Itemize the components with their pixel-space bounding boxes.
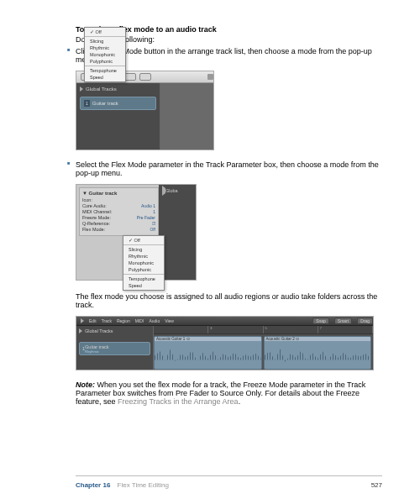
menu-item: Monophonic [85, 51, 125, 58]
note-paragraph: Note: When you set the flex mode for a t… [76, 381, 382, 406]
track-row: 1 Guitar track Rhythmic [79, 342, 150, 355]
snap-control: Snap [312, 318, 329, 324]
track-name: Guitar track [92, 101, 118, 106]
region-label: Acoustic Guitar 1 ⊙ [155, 337, 261, 341]
audio-region: Acoustic Guitar 1 ⊙ [154, 336, 262, 370]
ruler-segment [154, 326, 208, 333]
disclosure-triangle-icon [81, 318, 84, 323]
chapter-title: Flex Time Editing [118, 481, 169, 489]
menu-tab: Edit [89, 318, 97, 323]
menu-tab: Track [102, 318, 112, 323]
waveform-icon [265, 347, 371, 369]
param-value: Pre Fader [137, 215, 155, 220]
menu-tab: Audio [149, 318, 160, 323]
param-label: Q-Reference: [82, 221, 110, 226]
bar-ruler: 3 5 7 [154, 326, 373, 334]
menu-item: Polyphonic [85, 58, 125, 65]
ruler-segment: 5 [264, 326, 318, 333]
global-tracks-label: Global Tracks [86, 87, 117, 92]
menu-item: Slicing [85, 38, 125, 45]
menu-item: Slicing [123, 246, 164, 253]
param-title: ▼ Guitar track [82, 191, 155, 196]
cross-reference-link[interactable]: Freezing Tracks in the Arrange Area [118, 397, 239, 406]
page-number: 527 [371, 481, 382, 489]
param-value: Audio 1 [141, 203, 155, 208]
menu-tab: Region [117, 318, 130, 323]
param-label: Flex Mode: [82, 227, 105, 232]
param-value: 1 [153, 209, 155, 214]
menu-item: Monophonic [123, 260, 164, 266]
body-text: The flex mode you choose is assigned to … [76, 292, 382, 309]
audio-region: Acoustic Guitar 2 ⊙ [264, 336, 372, 370]
step-2: Select the Flex Mode parameter in the Tr… [67, 160, 382, 177]
global-tracks-row: Global Tracks [79, 328, 150, 333]
menu-item: Speed [85, 74, 125, 81]
param-label: Icon: [82, 197, 92, 202]
region-label: Acoustic Guitar 2 ⊙ [265, 337, 371, 341]
track-name: Guitar track [85, 344, 108, 349]
track-parameter-box: ▼ Guitar track Icon: Core Audio:Audio 1 … [79, 187, 159, 236]
figure-2: ▼ Guitar track Icon: Core Audio:Audio 1 … [76, 184, 382, 282]
menu-item: Polyphonic [123, 266, 164, 273]
ruler-segment: 3 [208, 326, 263, 333]
track-flex-mode: Rhythmic [85, 349, 108, 354]
toolbar-button [139, 73, 151, 81]
flex-mode-menu: Off Slicing Rhythmic Monophonic Polyphon… [84, 27, 126, 82]
arrange-menu-bar: Edit Track Region MIDI Audio View Snap S… [76, 317, 373, 326]
figure-3: Edit Track Region MIDI Audio View Snap S… [76, 316, 382, 370]
figure-1: Global Tracks 1 Guitar track Off Slicing… [76, 71, 382, 150]
snap-mode: Smart [334, 318, 352, 324]
note-end: . [239, 397, 241, 406]
param-label: MIDI Channel: [82, 209, 112, 214]
menu-item: Off [85, 29, 125, 35]
menu-item: Tempophone [123, 276, 164, 282]
drag-control: Drag [357, 318, 373, 324]
flex-mode-menu: Off Slicing Rhythmic Monophonic Polyphon… [123, 235, 165, 291]
ruler-segment: 7 [318, 326, 373, 333]
page-footer: Chapter 16 Flex Time Editing 527 [76, 475, 382, 489]
note-label: Note: [76, 381, 95, 389]
param-label: Freeze Mode: [82, 215, 111, 220]
menu-tab: MIDI [135, 318, 144, 323]
menu-item: Rhythmic [85, 45, 125, 51]
menu-item: Speed [123, 282, 164, 289]
menu-tab: View [165, 318, 174, 323]
global-tracks-row: Global Tracks [80, 87, 156, 92]
disclosure-triangle-icon [79, 328, 82, 333]
global-tracks-label: Global Tracks [85, 328, 113, 333]
track-row: 1 Guitar track [80, 97, 156, 110]
chapter-label: Chapter 16 [76, 481, 110, 489]
param-value: Off [150, 227, 155, 232]
disclosure-triangle-icon [80, 87, 83, 92]
track-number: 1 [84, 100, 90, 107]
menu-item: Off [123, 237, 164, 244]
waveform-icon [155, 347, 261, 369]
param-value: ☑ [152, 221, 155, 226]
param-label: Core Audio: [82, 203, 107, 208]
menu-item: Tempophone [85, 67, 125, 74]
autozoom-icon [207, 74, 213, 80]
menu-item: Rhythmic [123, 253, 164, 260]
